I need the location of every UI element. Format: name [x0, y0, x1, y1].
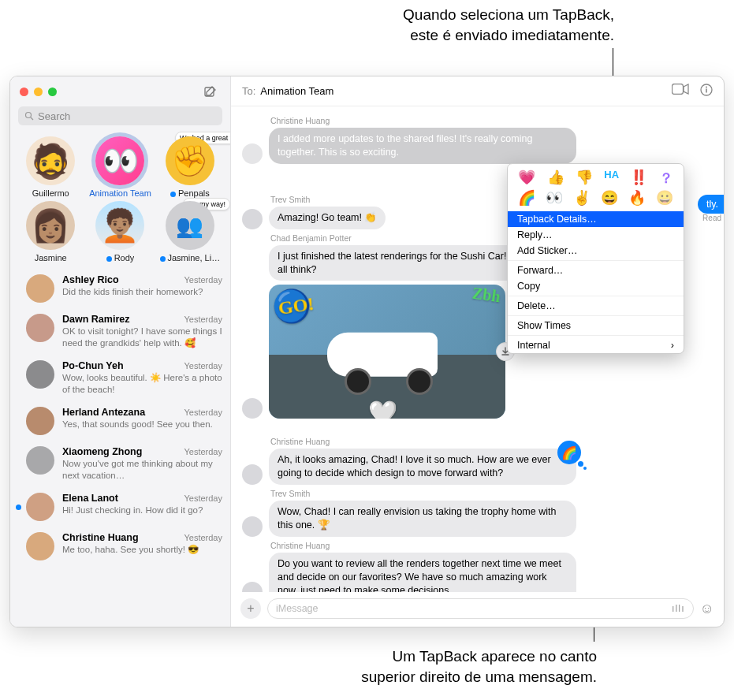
pin-jasmine[interactable]: 👩🏽 Jasmine [17, 201, 84, 262]
chat-header: To: Animation Team [231, 76, 724, 106]
tapback-haha[interactable]: HA [604, 169, 619, 188]
tapback-more-emoji[interactable]: 😀 [656, 189, 673, 207]
audio-waveform-icon[interactable]: ıllı [672, 603, 685, 614]
svg-rect-3 [673, 84, 684, 95]
conversation-pane: To: Animation Team tly. Read 💗 👍 👎 HA ‼️… [231, 76, 724, 627]
list-item[interactable]: Elena LanotYesterdayHi! Just checking in… [10, 487, 230, 527]
fullscreen-window-button[interactable] [48, 88, 57, 96]
to-value: Animation Team [260, 85, 333, 97]
input-placeholder: iMessage [276, 603, 319, 614]
svg-point-1 [26, 113, 32, 118]
chat-scroll[interactable]: tly. Read 💗 👍 👎 HA ‼️ ？ 🌈 👀 ✌️ 😄 🔥 [231, 106, 724, 592]
search-placeholder: Search [38, 110, 70, 122]
ctx-reply[interactable]: Reply… [508, 227, 684, 243]
unread-indicator [16, 505, 21, 510]
message-row: Wow, Chad! I can really envision us taki… [242, 501, 711, 537]
image-attachment[interactable]: 🔵 GO! Zbh 🤍 [269, 285, 505, 419]
ctx-forward[interactable]: Forward… [508, 262, 684, 278]
list-item[interactable]: Christine HuangYesterdayMe too, haha. Se… [10, 527, 230, 566]
message-input[interactable]: iMessage ıllı [267, 598, 694, 619]
list-item[interactable]: Po-Chun YehYesterdayWow, looks beautiful… [10, 355, 230, 401]
context-menu: 💗 👍 👎 HA ‼️ ？ 🌈 👀 ✌️ 😄 🔥 😀 Tapback Detai… [507, 163, 684, 354]
ctx-internal[interactable]: Internal› [508, 337, 684, 353]
tapback-exclaim[interactable]: ‼️ [630, 169, 647, 188]
avatar [242, 143, 263, 164]
ctx-delete[interactable]: Delete… [508, 298, 684, 314]
svg-rect-6 [706, 89, 707, 93]
annotation-bottom: Um TapBack aparece no canto superior dir… [361, 646, 597, 687]
pin-rody[interactable]: 🧑🏽‍🦱 Rody [86, 201, 154, 262]
sender-label: Christine Huang [270, 541, 711, 550]
close-window-button[interactable] [20, 88, 28, 96]
tapback-thumbsup[interactable]: 👍 [547, 169, 564, 188]
ctx-show-times[interactable]: Show Times [508, 318, 684, 333]
tapback-peace[interactable]: ✌️ [573, 189, 591, 207]
composer: + iMessage ıllı ☺ [231, 592, 724, 627]
chevron-right-icon: › [671, 340, 674, 351]
ctx-add-sticker[interactable]: Add Sticker… [508, 243, 684, 259]
pin-animation-team[interactable]: 👀 Animation Team [86, 136, 154, 198]
conversation-list[interactable]: Ashley RicoYesterdayDid the kids finish … [10, 269, 230, 627]
outgoing-message-fragment: tly. [698, 195, 724, 214]
list-item[interactable]: Herland AntezanaYesterdayYes, that sound… [10, 401, 230, 441]
svg-line-2 [31, 117, 33, 120]
compose-button[interactable] [200, 83, 221, 100]
read-receipt: Read [702, 214, 721, 222]
message-bubble[interactable]: Wow, Chad! I can really envision us taki… [269, 501, 576, 537]
pin-guillermo[interactable]: 🧔 Guillermo [17, 136, 84, 198]
message-row: Do you want to review all the renders to… [242, 553, 711, 592]
apps-button[interactable]: + [240, 598, 261, 619]
pin-jasmine-li[interactable]: On my way! 👥 Jasmine, Li… [156, 201, 224, 262]
svg-point-5 [706, 87, 707, 88]
sender-label: Christine Huang [270, 437, 711, 446]
tapback-row-2: 🌈 👀 ✌️ 😄 🔥 😀 [508, 189, 684, 211]
titlebar [10, 76, 230, 106]
emoji-picker-button[interactable]: ☺ [700, 601, 714, 617]
details-button[interactable] [700, 84, 713, 99]
pin-penpals[interactable]: We had a great time. Home with… ✊ Penpal… [156, 136, 224, 198]
search-input[interactable]: Search [18, 106, 222, 125]
message-row: I added more updates to the shared files… [242, 128, 711, 164]
sidebar: Search 🧔 Guillermo 👀 Animation Team We h… [10, 76, 231, 627]
ctx-copy[interactable]: Copy [508, 278, 684, 294]
list-item[interactable]: Dawn RamirezYesterdayOK to visit tonight… [10, 308, 230, 355]
sender-label: Trev Smith [270, 489, 711, 498]
message-bubble[interactable]: Do you want to review all the renders to… [269, 553, 576, 592]
tapback-heart[interactable]: 💗 [518, 169, 535, 188]
message-bubble[interactable]: Amazing! Go team! 👏 [269, 207, 386, 229]
message-bubble-selected[interactable]: I added more updates to the shared files… [269, 128, 576, 164]
sender-label: Christine Huang [270, 116, 711, 125]
window-controls [20, 88, 57, 96]
annotation-top: Quando seleciona um TapBack, este é envi… [403, 5, 614, 45]
tapback-fire[interactable]: 🔥 [628, 189, 646, 207]
compose-icon [204, 85, 217, 98]
list-item[interactable]: Xiaomeng ZhongYesterdayNow you've got me… [10, 441, 230, 487]
message-bubble[interactable]: Ah, it looks amazing, Chad! I love it so… [269, 449, 576, 485]
search-icon [24, 111, 34, 121]
tapback-question[interactable]: ？ [659, 169, 673, 188]
avatar [242, 464, 263, 485]
tapback-badge-rainbow[interactable]: 🌈 [557, 441, 581, 464]
facetime-video-button[interactable] [672, 84, 689, 99]
tapback-eyes[interactable]: 👀 [546, 189, 563, 207]
avatar [242, 516, 263, 537]
pinned-grid: 🧔 Guillermo 👀 Animation Team We had a gr… [10, 133, 230, 269]
list-item[interactable]: Ashley RicoYesterdayDid the kids finish … [10, 269, 230, 308]
avatar [242, 209, 263, 229]
tapback-row-1: 💗 👍 👎 HA ‼️ ？ [508, 164, 684, 189]
tapback-thumbsdown[interactable]: 👎 [576, 169, 593, 188]
to-label: To: [242, 85, 255, 97]
avatar [242, 398, 263, 419]
tapback-smile[interactable]: 😄 [601, 189, 618, 207]
plus-icon: + [247, 601, 254, 616]
messages-window: Search 🧔 Guillermo 👀 Animation Team We h… [9, 76, 725, 627]
minimize-window-button[interactable] [34, 88, 43, 96]
ctx-tapback-details[interactable]: Tapback Details… [508, 211, 684, 227]
tapback-rainbow[interactable]: 🌈 [518, 189, 535, 207]
avatar [242, 582, 263, 593]
message-row: Ah, it looks amazing, Chad! I love it so… [242, 449, 711, 485]
